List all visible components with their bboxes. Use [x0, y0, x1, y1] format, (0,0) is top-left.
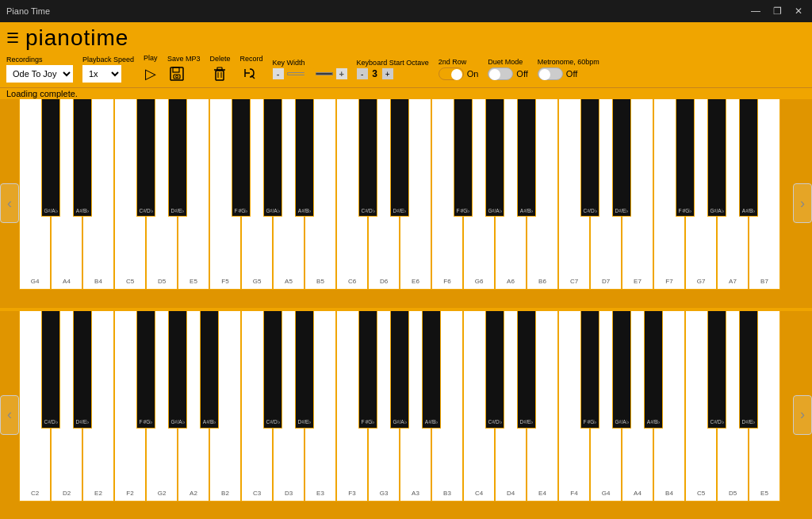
black-key[interactable]: C♯/D♭ — [41, 311, 60, 429]
black-key[interactable]: F♯/G♭ — [232, 99, 251, 217]
white-key-label: B6 — [538, 279, 546, 286]
black-key[interactable]: G♯/A♭ — [168, 311, 187, 429]
minimize-button[interactable]: — — [748, 6, 764, 17]
second-row-toggle[interactable]: On — [439, 67, 479, 80]
save-mp3-icon — [169, 66, 185, 82]
second-row-track[interactable] — [439, 67, 464, 80]
black-key[interactable]: C♯/D♭ — [358, 99, 377, 217]
black-key[interactable]: A♯/B♭ — [422, 311, 441, 429]
start-octave-label: Keyboard Start Octave — [357, 59, 429, 67]
play-button[interactable]: ▷ — [144, 63, 158, 84]
black-key-label: A♯/B♭ — [425, 419, 438, 425]
key-width-group: Key Width - + — [273, 59, 347, 79]
black-key[interactable]: G♯/A♭ — [707, 99, 726, 217]
black-key[interactable]: G♯/A♭ — [390, 311, 409, 429]
black-key[interactable]: A♯/B♭ — [517, 99, 536, 217]
black-key[interactable]: A♯/B♭ — [295, 99, 314, 217]
white-key-label: B4 — [94, 279, 102, 286]
black-key[interactable]: F♯/G♭ — [676, 99, 695, 217]
start-octave-control: - 3 + — [357, 68, 393, 79]
white-key-label: B5 — [316, 279, 324, 286]
status-text: Loading complete. — [6, 89, 78, 98]
black-key[interactable]: C♯/D♭ — [580, 99, 599, 217]
white-key-label: E4 — [538, 490, 546, 498]
black-key-label: G♯/A♭ — [266, 208, 279, 213]
start-octave-increase-button[interactable]: + — [382, 68, 393, 79]
metronome-toggle[interactable]: Off — [538, 67, 577, 80]
metronome-state: Off — [566, 69, 577, 79]
white-key-label: B4 — [665, 490, 673, 498]
metronome-track[interactable] — [538, 67, 563, 80]
black-key[interactable]: A♯/B♭ — [644, 311, 663, 429]
title-bar: Piano Time — ❐ ✕ — [0, 0, 812, 22]
save-mp3-group: Save MP3 — [167, 55, 201, 83]
playback-speed-select[interactable]: 0.5x 1x 1.5x 2x — [82, 65, 121, 83]
white-key-label: A5 — [285, 279, 293, 286]
record-icon — [242, 66, 258, 82]
delete-button[interactable] — [210, 64, 229, 83]
black-key-label: C♯/D♭ — [361, 208, 374, 213]
restore-button[interactable]: ❐ — [770, 6, 785, 17]
save-mp3-button[interactable] — [167, 64, 186, 83]
duet-mode-track[interactable] — [488, 67, 513, 80]
close-button[interactable]: ✕ — [791, 6, 806, 17]
black-key[interactable]: D♯/E♭ — [390, 99, 409, 217]
white-key-label: A7 — [729, 279, 737, 286]
black-key-label: F♯/G♭ — [457, 208, 470, 213]
hamburger-icon[interactable]: ☰ — [6, 29, 19, 47]
black-key[interactable]: D♯/E♭ — [612, 99, 631, 217]
black-key[interactable]: C♯/D♭ — [485, 311, 504, 429]
black-key[interactable]: A♯/B♭ — [739, 99, 758, 217]
white-key-label: C5 — [697, 490, 705, 498]
white-key-label: A6 — [507, 279, 515, 286]
black-key-label: C♯/D♭ — [488, 419, 501, 425]
key-width-slider[interactable] — [286, 72, 334, 75]
black-key[interactable]: F♯/G♭ — [580, 311, 599, 429]
duet-mode-toggle[interactable]: Off — [488, 67, 527, 80]
black-key[interactable]: C♯/D♭ — [136, 99, 155, 217]
row1-left-arrow[interactable]: ‹ — [0, 183, 19, 223]
black-key-label: G♯/A♭ — [615, 419, 628, 425]
black-key[interactable]: G♯/A♭ — [41, 99, 60, 217]
black-key[interactable]: D♯/E♭ — [168, 99, 187, 217]
title-bar-controls: — ❐ ✕ — [748, 6, 806, 17]
key-width-increase-button[interactable]: + — [336, 68, 347, 79]
black-key[interactable]: D♯/E♭ — [739, 311, 758, 429]
black-key[interactable]: C♯/D♭ — [707, 311, 726, 429]
white-key-label: G3 — [380, 490, 389, 498]
duet-mode-state: Off — [516, 69, 527, 79]
black-key[interactable]: C♯/D♭ — [263, 311, 282, 429]
row2-right-arrow[interactable]: › — [793, 395, 812, 435]
black-key[interactable]: G♯/A♭ — [612, 311, 631, 429]
white-key-label: G5 — [253, 279, 262, 286]
white-key-label: A4 — [63, 279, 71, 286]
black-key[interactable]: A♯/B♭ — [73, 99, 92, 217]
white-key-label: E6 — [412, 279, 419, 286]
black-key-label: A♯/B♭ — [298, 208, 311, 213]
black-key[interactable]: F♯/G♭ — [358, 311, 377, 429]
white-key-label: D7 — [602, 279, 610, 286]
black-key[interactable]: F♯/G♭ — [136, 311, 155, 429]
toolbar: ☰ pianotime Recordings Ode To Joy Playba… — [0, 22, 812, 87]
record-button[interactable] — [240, 64, 259, 83]
black-key[interactable]: D♯/E♭ — [73, 311, 92, 429]
play-label: Play — [144, 54, 158, 62]
row1-right-arrow[interactable]: › — [793, 183, 812, 223]
record-label: Record — [240, 55, 263, 63]
white-key-label: F3 — [348, 490, 355, 498]
black-key[interactable]: G♯/A♭ — [485, 99, 504, 217]
black-key[interactable]: D♯/E♭ — [517, 311, 536, 429]
app-title-row: ☰ pianotime — [6, 25, 806, 51]
black-key-label: G♯/A♭ — [393, 419, 406, 425]
black-key[interactable]: G♯/A♭ — [263, 99, 282, 217]
status-bar: Loading complete. — [0, 87, 812, 99]
key-width-control: - + — [273, 68, 347, 79]
black-key[interactable]: F♯/G♭ — [454, 99, 473, 217]
recordings-select[interactable]: Ode To Joy — [6, 65, 73, 83]
black-key[interactable]: A♯/B♭ — [200, 311, 219, 429]
black-key[interactable]: D♯/E♭ — [295, 311, 314, 429]
key-width-decrease-button[interactable]: - — [273, 68, 284, 79]
row2-left-arrow[interactable]: ‹ — [0, 395, 19, 435]
start-octave-decrease-button[interactable]: - — [357, 68, 368, 79]
black-key-label: D♯/E♭ — [76, 419, 90, 425]
